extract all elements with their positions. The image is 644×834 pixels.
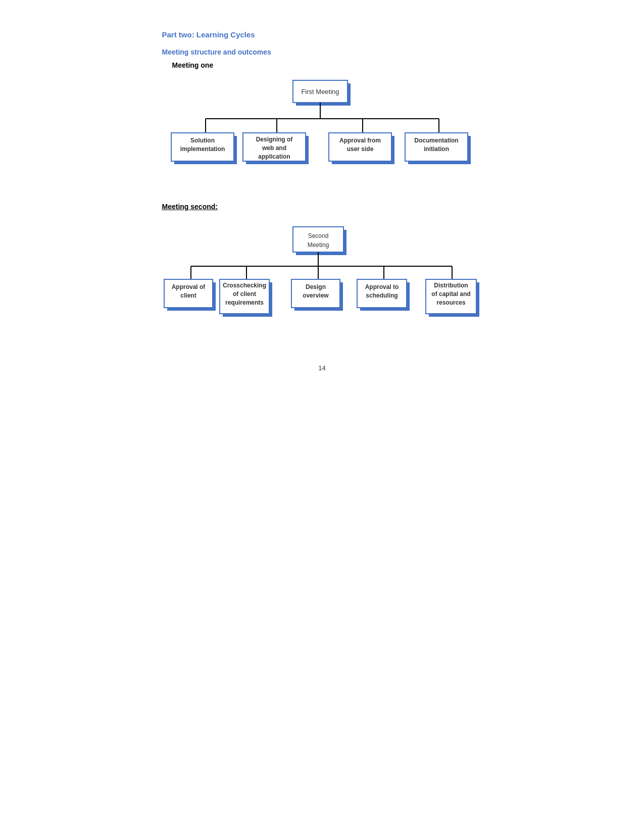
- meeting-one-svg: First Meeting Solution implementation De…: [162, 74, 482, 185]
- svg-text:Documentation: Documentation: [414, 137, 458, 144]
- svg-text:Meeting: Meeting: [307, 241, 329, 249]
- section-title: Meeting structure and outcomes: [162, 48, 482, 56]
- svg-text:Second: Second: [308, 232, 328, 239]
- meeting-two-diagram: Second Meeting Approval of client Crossc…: [162, 221, 482, 334]
- svg-text:Crosschecking: Crosschecking: [222, 282, 266, 289]
- svg-text:of capital and: of capital and: [431, 290, 470, 298]
- svg-text:Designing   of: Designing of: [256, 136, 293, 143]
- page-number: 14: [162, 364, 482, 372]
- svg-text:resources: resources: [436, 299, 466, 306]
- svg-text:of      client: of client: [232, 290, 256, 298]
- svg-text:scheduling: scheduling: [366, 292, 398, 299]
- meeting-one-heading: Meeting one: [172, 61, 482, 69]
- page: Part two: Learning Cycles Meeting struct…: [122, 0, 523, 520]
- svg-text:Approval   of: Approval of: [171, 283, 206, 290]
- meeting-one-diagram: First Meeting Solution implementation De…: [162, 74, 482, 187]
- svg-text:Design: Design: [305, 283, 325, 290]
- svg-text:web       and: web and: [261, 144, 286, 152]
- meeting-second-heading: Meeting second:: [162, 203, 482, 211]
- svg-text:implementation: implementation: [180, 145, 225, 153]
- svg-text:Approval    to: Approval to: [365, 283, 399, 290]
- svg-text:application: application: [258, 153, 290, 160]
- svg-text:Solution: Solution: [190, 137, 215, 144]
- svg-text:First Meeting: First Meeting: [301, 88, 339, 95]
- svg-text:client: client: [180, 292, 196, 299]
- svg-text:initiation: initiation: [424, 145, 449, 153]
- meeting-two-svg: Second Meeting Approval of client Crossc…: [162, 221, 482, 332]
- svg-text:requirements: requirements: [225, 299, 263, 306]
- part-title: Part two: Learning Cycles: [162, 30, 482, 39]
- svg-text:user side: user side: [346, 145, 373, 153]
- svg-text:Distribution: Distribution: [434, 282, 468, 289]
- svg-text:Approval  from: Approval from: [339, 137, 380, 144]
- svg-text:overview: overview: [303, 292, 329, 299]
